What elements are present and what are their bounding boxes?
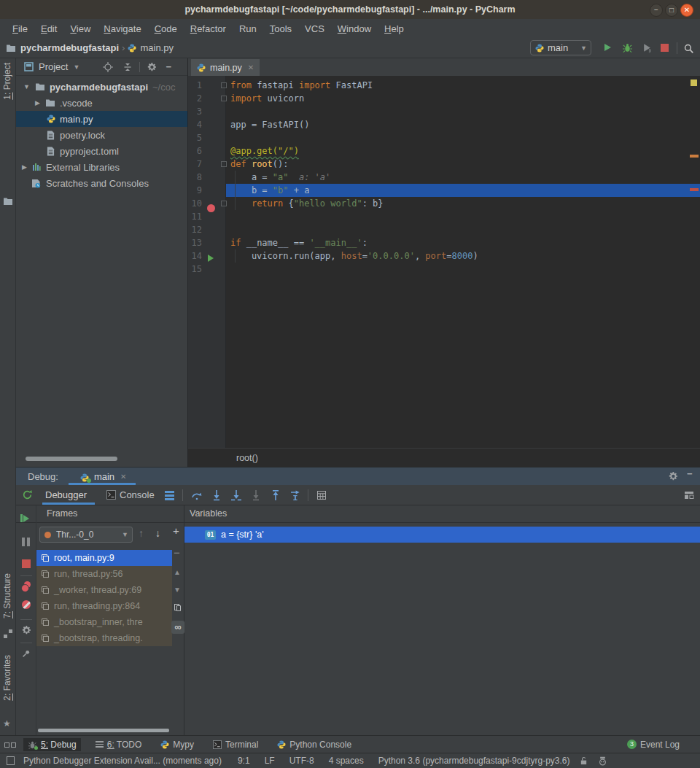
scrollbar-marker-yellow[interactable] <box>691 79 697 86</box>
stripe-corner-icon[interactable] <box>4 739 16 750</box>
breadcrumb-file[interactable]: main.py <box>140 42 174 53</box>
rerun-icon[interactable] <box>22 489 33 500</box>
collapsed-arrow-icon[interactable]: ▶ <box>35 99 40 106</box>
mute-breakpoints-icon[interactable] <box>22 600 31 609</box>
close-tab-icon[interactable]: ✕ <box>248 63 254 71</box>
menu-navigate[interactable]: Navigate <box>97 23 147 34</box>
scrollbar-marker-orange[interactable] <box>690 155 699 158</box>
collapse-all-icon[interactable] <box>123 63 132 71</box>
project-stripe-icon[interactable] <box>3 197 13 206</box>
toolwindow-toggle-icon[interactable] <box>7 756 15 765</box>
toolwindow-button-debug[interactable]: 5: Debug <box>23 738 81 751</box>
toolwindow-button-mypy[interactable]: Mypy <box>156 738 198 751</box>
move-down-icon[interactable]: ▼ <box>174 586 181 594</box>
toolwindow-button-python-console[interactable]: Python Console <box>273 738 356 751</box>
frame-row[interactable]: run, threading.py:864 <box>36 598 172 614</box>
menu-file[interactable]: File <box>6 23 34 34</box>
caret-position[interactable]: 9:1 <box>238 756 250 766</box>
step-into-my-code-icon[interactable] <box>250 489 262 501</box>
toolwindow-button-terminal[interactable]: Terminal <box>209 738 262 751</box>
project-view-select[interactable]: Project <box>39 61 68 72</box>
remove-icon[interactable]: − <box>174 546 180 559</box>
run-button[interactable] <box>604 44 611 51</box>
stripe-tab-favorites[interactable]: 2: Favorites <box>2 655 12 701</box>
editor-tab-mainpy[interactable]: main.py ✕ <box>191 59 260 76</box>
thread-selector[interactable]: Thr...-0_0 ▼ <box>39 527 133 543</box>
step-into-icon[interactable] <box>211 489 222 501</box>
step-over-icon[interactable] <box>191 489 203 501</box>
menu-vcs[interactable]: VCS <box>298 23 331 34</box>
maximize-icon[interactable]: □ <box>665 4 678 17</box>
python-interpreter[interactable]: Python 3.6 (pycharmdebugfastapi-9cdjtyrg… <box>378 756 570 766</box>
menu-view[interactable]: View <box>63 23 97 34</box>
hide-panel-icon[interactable]: − <box>166 61 171 72</box>
highlighting-level-icon[interactable] <box>598 756 607 766</box>
event-log-button[interactable]: 3 Event Log <box>623 738 684 751</box>
indent-style[interactable]: 4 spaces <box>329 756 364 766</box>
project-settings-gear-icon[interactable] <box>147 62 157 72</box>
panel-divider[interactable] <box>187 58 188 467</box>
frame-down-icon[interactable]: ↓ <box>155 527 160 539</box>
tree-row-mainpy-selected[interactable]: main.py <box>16 111 188 127</box>
write-access-lock-icon[interactable] <box>580 756 588 766</box>
resume-program-icon[interactable] <box>20 514 29 522</box>
breakpoint-icon[interactable] <box>207 204 215 212</box>
frame-up-icon[interactable]: ↑ <box>139 527 144 539</box>
menu-window[interactable]: Window <box>331 23 378 34</box>
pause-program-icon[interactable] <box>22 538 30 546</box>
tab-debugger[interactable]: Debugger <box>45 489 87 500</box>
menu-code[interactable]: Code <box>148 23 184 34</box>
status-message[interactable]: Python Debugger Extension Avail... (mome… <box>23 756 222 766</box>
menu-refactor[interactable]: Refactor <box>184 23 233 34</box>
title-bar[interactable]: pycharmdebugfastapi [~/code/pycharmdebug… <box>0 0 700 20</box>
run-to-cursor-icon[interactable] <box>289 489 301 501</box>
menu-edit[interactable]: Edit <box>34 23 63 34</box>
tab-console[interactable]: Console <box>120 489 155 500</box>
close-icon[interactable]: ✕ <box>680 4 693 17</box>
favorites-star-icon[interactable]: ★ <box>3 718 11 729</box>
watch-return-values-toggle[interactable]: ∞ <box>171 621 184 634</box>
menu-run[interactable]: Run <box>233 23 263 34</box>
code-content[interactable]: from fastapi import FastAPI import uvico… <box>226 76 690 448</box>
frame-row[interactable]: _bootstrap_inner, thre <box>36 614 172 630</box>
frame-row[interactable]: run, thread.py:56 <box>36 566 172 582</box>
horizontal-scrollbar[interactable] <box>26 457 117 461</box>
structure-icon[interactable] <box>4 629 12 640</box>
frames-horizontal-scrollbar[interactable] <box>38 729 169 732</box>
debug-gear-icon[interactable] <box>21 625 31 635</box>
tree-row-vscode[interactable]: ▶ .vscode <box>16 95 188 111</box>
tree-row-scratches[interactable]: Scratches and Consoles <box>16 175 188 191</box>
file-encoding[interactable]: UTF-8 <box>289 756 314 766</box>
chevron-down-icon[interactable]: ▼ <box>73 63 79 71</box>
toolwindow-button-todo[interactable]: 6: TODO <box>91 738 147 751</box>
debug-settings-gear-icon[interactable] <box>668 471 678 481</box>
threads-view-icon[interactable] <box>165 491 174 500</box>
add-icon[interactable]: + <box>173 524 179 537</box>
run-with-coverage-button[interactable] <box>642 42 653 53</box>
frame-row-selected[interactable]: root, main.py:9 <box>36 550 172 566</box>
search-everywhere-icon[interactable] <box>683 43 694 54</box>
force-step-into-icon[interactable] <box>230 489 242 501</box>
expanded-arrow-icon[interactable]: ▼ <box>23 83 30 90</box>
run-gutter-icon[interactable] <box>208 255 214 262</box>
stop-button[interactable] <box>661 44 669 52</box>
close-session-icon[interactable]: ✕ <box>120 473 126 481</box>
tree-row-pyproject-toml[interactable]: pyproject.toml <box>16 143 188 159</box>
hide-debug-panel-icon[interactable]: − <box>687 468 693 479</box>
variable-row-selected[interactable]: 01 a = {str} 'a' <box>184 527 700 543</box>
menu-tools[interactable]: Tools <box>263 23 298 34</box>
run-configuration-select[interactable]: main ▼ <box>530 40 591 55</box>
frame-row[interactable]: _bootstrap, threading. <box>36 630 172 646</box>
minimize-icon[interactable]: − <box>650 4 663 17</box>
stop-icon[interactable] <box>22 559 31 568</box>
menu-help[interactable]: Help <box>378 23 411 34</box>
collapsed-arrow-icon[interactable]: ▶ <box>22 163 27 171</box>
pin-tab-icon[interactable] <box>21 648 31 659</box>
breadcrumb-project[interactable]: pycharmdebugfastapi <box>20 42 119 53</box>
tree-row-external-libraries[interactable]: ▶ External Libraries <box>16 159 188 175</box>
step-out-icon[interactable] <box>270 489 281 501</box>
tree-row-project-root[interactable]: ▼ pycharmdebugfastapi ~/coc <box>16 79 188 95</box>
debug-button[interactable] <box>622 42 633 53</box>
tree-row-poetry-lock[interactable]: poetry.lock <box>16 127 188 143</box>
context-breadcrumb[interactable]: root() <box>236 453 258 463</box>
